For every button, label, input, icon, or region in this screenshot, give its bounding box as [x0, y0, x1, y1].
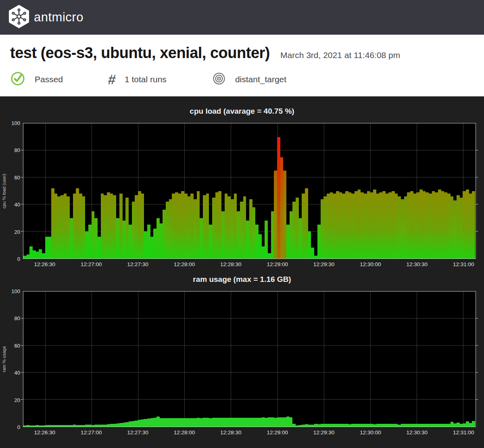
- chart-bar: [175, 192, 178, 258]
- chart-bar: [51, 188, 54, 258]
- chart-bar: [252, 207, 256, 258]
- y-tick-label: 20: [15, 229, 20, 235]
- chart-bar: [237, 418, 240, 427]
- chart-bar: [314, 424, 317, 427]
- chart-bar: [141, 194, 144, 258]
- chart-title: cpu load (avarage = 40.75 %): [0, 107, 484, 116]
- chart-bar: [330, 192, 333, 258]
- chart-bar: [178, 418, 182, 427]
- chart-bar: [262, 417, 265, 427]
- chart-bar: [290, 417, 293, 427]
- chart-bar: [308, 425, 311, 427]
- x-tick-label: 12:29:30: [313, 261, 335, 267]
- chart-bar: [305, 424, 308, 427]
- y-tick-label: 40: [15, 370, 20, 376]
- chart-bar: [255, 418, 259, 427]
- chart-bars: [23, 123, 476, 258]
- chart-bar: [317, 424, 321, 427]
- x-tick-label: 12:30:30: [407, 261, 428, 267]
- y-tick-label: 80: [15, 315, 20, 321]
- chart-bar: [311, 425, 314, 427]
- chart-bar: [144, 419, 147, 427]
- antmicro-logo[interactable]: antmicro: [8, 4, 83, 30]
- y-tick-label: 20: [15, 397, 20, 403]
- chart-bar: [231, 418, 234, 427]
- chart-bar: [203, 418, 206, 427]
- chart-title: ram usage (max = 1.16 GB): [0, 275, 484, 284]
- chart-bar: [419, 424, 423, 427]
- chart-bar: [444, 192, 447, 258]
- y-tick-label: 60: [15, 342, 20, 348]
- axis-tick-mark: [21, 231, 23, 231]
- chart-bar: [277, 137, 280, 259]
- chart-bar: [283, 171, 286, 258]
- chart-bar: [29, 425, 33, 427]
- chart-bar: [39, 425, 42, 427]
- chart-bar: [101, 425, 104, 427]
- chart-bar: [382, 424, 386, 427]
- chart-bar: [407, 192, 410, 258]
- chart-bar: [243, 418, 246, 427]
- axis-tick-mark: [476, 177, 478, 177]
- chart-bar: [327, 424, 330, 427]
- chart-bar: [333, 424, 336, 427]
- chart-bar: [107, 192, 110, 258]
- chart-bar: [308, 231, 311, 258]
- chart-bar: [209, 418, 212, 427]
- chart-bar: [323, 196, 327, 258]
- chart-bar: [395, 424, 398, 427]
- chart-bar: [463, 423, 466, 427]
- chart-bar: [370, 424, 373, 427]
- chart-bar: [101, 194, 104, 258]
- chart-bar: [348, 192, 352, 258]
- chart-bar: [225, 418, 228, 427]
- chart-bar: [82, 425, 86, 427]
- chart-bar: [265, 221, 268, 258]
- chart-bar: [98, 237, 101, 258]
- chart-bar: [76, 188, 79, 258]
- chart-bar: [447, 424, 451, 427]
- chart-bar: [178, 194, 182, 258]
- chart-bar: [129, 421, 132, 427]
- chart-bar: [407, 424, 410, 427]
- report-timestamp: March 3rd, 2021 at 11:46:08 pm: [280, 50, 400, 60]
- chart-bar: [194, 199, 197, 258]
- chart-bars: [23, 292, 476, 427]
- chart-bar: [42, 253, 45, 258]
- y-tick-label: 100: [11, 120, 20, 126]
- chart-bar: [147, 225, 150, 258]
- chart-bar: [212, 198, 215, 258]
- chart-bar: [330, 424, 333, 427]
- chart-bar: [373, 190, 376, 258]
- chart-bar: [268, 253, 271, 258]
- chart-bar: [435, 424, 438, 427]
- y-tick-label: 40: [15, 202, 20, 208]
- y-tick-label: 60: [15, 174, 20, 180]
- chart-bar: [447, 194, 451, 258]
- x-tick-label: 12:28:00: [174, 429, 195, 435]
- chart-bar: [364, 194, 367, 258]
- axis-tick-mark: [476, 318, 478, 319]
- axis-tick-mark: [476, 399, 478, 400]
- chart-bar: [234, 418, 237, 427]
- chart-bar: [296, 425, 299, 427]
- chart-bar: [370, 192, 373, 258]
- axis-tick-mark: [476, 150, 478, 150]
- chart-bar: [460, 198, 463, 258]
- chart-bar: [190, 194, 194, 258]
- chart-bar: [376, 194, 380, 258]
- chart-bar: [29, 246, 33, 258]
- chart-bar: [123, 221, 126, 258]
- cpu-load-chart: cpu load (avarage = 40.75 %) cpu % load …: [0, 107, 484, 271]
- chart-bar: [48, 425, 51, 427]
- x-tick-label: 12:27:00: [81, 261, 102, 267]
- chart-bar: [163, 418, 166, 427]
- axis-tick-mark: [476, 372, 478, 373]
- chart-bar: [94, 218, 98, 259]
- chart-bar: [472, 421, 475, 427]
- ram-usage-chart: ram usage (max = 1.16 GB) ram % usage 02…: [0, 275, 484, 439]
- chart-bar: [367, 424, 370, 427]
- plot-area: [23, 123, 476, 259]
- chart-bar: [317, 225, 321, 258]
- chart-bar: [457, 195, 460, 258]
